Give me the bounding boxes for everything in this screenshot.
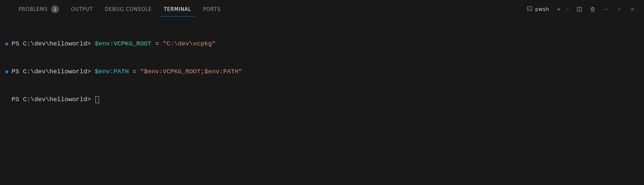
terminal-cursor	[95, 96, 99, 103]
close-panel-button[interactable]	[629, 6, 636, 13]
tab-output[interactable]: OUTPUT	[65, 0, 99, 19]
more-actions-button[interactable]	[602, 6, 610, 13]
terminal-line: PS C:\dev\helloworld>	[5, 95, 644, 104]
string-literal: "C:\dev\vcpkg"	[163, 39, 216, 48]
panel-header: PROBLEMS 2 OUTPUT DEBUG CONSOLE TERMINAL…	[0, 0, 644, 19]
line-modified-dot-icon	[5, 42, 8, 45]
svg-point-3	[606, 9, 606, 10]
assign-op: =	[129, 67, 140, 76]
terminal-line: PS C:\dev\helloworld> $env:VCPKG_ROOT = …	[5, 39, 644, 48]
ps-prompt: PS C:\dev\helloworld>	[12, 39, 91, 48]
shell-name: pwsh	[535, 6, 549, 12]
tab-problems[interactable]: PROBLEMS 2	[13, 0, 65, 19]
panel-tabs: PROBLEMS 2 OUTPUT DEBUG CONSOLE TERMINAL…	[13, 0, 227, 19]
svg-point-4	[607, 9, 608, 10]
tab-label: PROBLEMS	[19, 6, 48, 12]
ps-prompt: PS C:\dev\helloworld>	[12, 95, 91, 104]
split-terminal-button[interactable]	[576, 6, 583, 13]
string-literal: "$env:VCPKG_ROOT;$env:PATH"	[140, 67, 242, 76]
tab-terminal[interactable]: TERMINAL	[158, 0, 197, 19]
panel-actions: pwsh	[527, 6, 636, 13]
shell-selector[interactable]: pwsh	[527, 6, 549, 13]
maximize-panel-button[interactable]	[615, 6, 623, 13]
ps-prompt: PS C:\dev\helloworld>	[12, 67, 91, 76]
svg-rect-0	[527, 7, 532, 11]
kill-terminal-button[interactable]	[589, 6, 596, 13]
variable-name: $env:VCPKG_ROOT	[95, 39, 151, 48]
tab-ports[interactable]: PORTS	[197, 0, 227, 19]
new-terminal-button[interactable]	[555, 6, 562, 13]
tab-label: OUTPUT	[71, 6, 93, 12]
tab-label: TERMINAL	[164, 6, 191, 12]
terminal-view[interactable]: PS C:\dev\helloworld> $env:VCPKG_ROOT = …	[0, 19, 644, 185]
variable-name: $env:PATH	[95, 67, 129, 76]
line-modified-dot-icon	[5, 70, 8, 73]
tab-label: DEBUG CONSOLE	[105, 6, 152, 12]
terminal-line: PS C:\dev\helloworld> $env:PATH = "$env:…	[5, 67, 644, 76]
terminal-icon	[527, 6, 533, 13]
problems-badge: 2	[51, 5, 59, 13]
assign-op: =	[151, 39, 163, 48]
svg-point-2	[604, 9, 605, 10]
tab-debug-console[interactable]: DEBUG CONSOLE	[99, 0, 158, 19]
terminal-dropdown-button[interactable]	[565, 6, 570, 13]
tab-label: PORTS	[203, 6, 221, 12]
